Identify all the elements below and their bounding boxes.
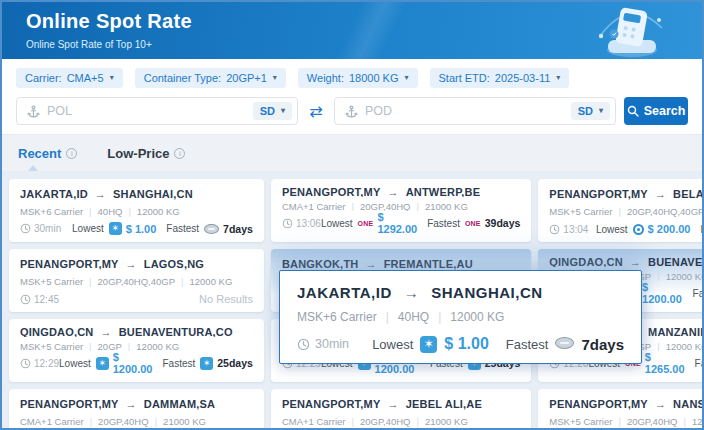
fastest-label: Fastest bbox=[506, 337, 549, 352]
fastest-days: 39days bbox=[485, 217, 521, 229]
rate-card[interactable]: PENANGPORT,MY → JEBEL ALI,AE CMA+1 Carri… bbox=[271, 389, 531, 430]
carrier-icon-emc bbox=[204, 224, 219, 234]
destination-port: BELAWAN,ID bbox=[673, 188, 704, 200]
fastest-days: 7days bbox=[581, 336, 624, 353]
carrier-icon-one: ONE bbox=[358, 220, 374, 227]
anchor-icon bbox=[345, 105, 358, 118]
rate-card[interactable]: PENANGPORT,MY → NANSHA,CN MSK+5 Carrier … bbox=[538, 389, 704, 430]
chevron-down-icon bbox=[404, 74, 408, 82]
container-label: 20GP,40HQ bbox=[627, 416, 678, 427]
anchor-icon bbox=[27, 105, 40, 118]
origin-port: QINGDAO,CN bbox=[549, 258, 623, 267]
weight-label: 12000 KG bbox=[692, 416, 704, 427]
rate-result: LowestONE$ 1292.00FastestONE39days bbox=[321, 211, 520, 235]
search-button[interactable]: Search bbox=[624, 97, 688, 125]
filter-bar: Carrier: CMA+5 Container Type: 20GP+1 We… bbox=[16, 68, 688, 88]
filter-carrier-label: Carrier: bbox=[25, 72, 62, 84]
weight-label: 12000 KG bbox=[666, 343, 704, 351]
origin-port: JAKARTA,ID bbox=[20, 188, 88, 200]
pol-type-value: SD bbox=[260, 105, 275, 117]
query-time-value: 13:04 bbox=[563, 224, 588, 235]
carrier-icon-emc bbox=[555, 337, 574, 349]
pod-type-select[interactable]: SD bbox=[571, 102, 610, 120]
route-arrow-icon: → bbox=[655, 188, 666, 200]
tab-recent[interactable]: Recent bbox=[18, 146, 77, 161]
fastest-label: Fastest bbox=[695, 358, 704, 369]
rate-card[interactable]: PENANGPORT,MY → BELAWAN,ID MSK+5 Carrier… bbox=[538, 179, 704, 242]
route-arrow-icon: → bbox=[126, 398, 137, 410]
carrier-label: MSK+6 Carrier bbox=[20, 206, 83, 217]
tab-low-price-label: Low-Price bbox=[107, 146, 169, 161]
lowest-price: $ 1.00 bbox=[126, 223, 157, 235]
online-spot-rate-widget: Online Spot Rate Online Spot Rate of Top… bbox=[0, 0, 704, 430]
search-button-label: Search bbox=[644, 104, 686, 118]
filter-container-type[interactable]: Container Type: 20GP+1 bbox=[135, 68, 286, 88]
destination-port: SHANGHAI,CN bbox=[431, 284, 542, 301]
carrier-label: CMA+1 Carrier bbox=[20, 416, 84, 427]
rate-card[interactable]: PENANGPORT,MY → LAGOS,NG MSK+5 Carrier 2… bbox=[9, 249, 264, 312]
filter-weight[interactable]: Weight: 18000 KG bbox=[298, 68, 418, 88]
chevron-down-icon bbox=[273, 74, 277, 82]
filter-carrier-value: CMA+5 bbox=[67, 72, 104, 84]
lowest-price: $ 1265.00 bbox=[645, 351, 685, 375]
lowest-price: $ 200.00 bbox=[648, 223, 691, 235]
carrier-label: MSK+5 Carrier bbox=[20, 343, 83, 351]
rate-result: Lowest$ 200.00Fastest6days bbox=[596, 223, 704, 235]
lowest-price: $ 1200.00 bbox=[113, 351, 153, 375]
pod-type-value: SD bbox=[578, 105, 593, 117]
fastest-label: Fastest bbox=[162, 358, 195, 369]
query-time-value: 13:06 bbox=[296, 218, 321, 229]
weight-label: 21000 KG bbox=[425, 203, 468, 211]
origin-port: QINGDAO,CN bbox=[20, 328, 94, 337]
route-arrow-icon: → bbox=[95, 188, 106, 200]
rate-card[interactable]: PENANGPORT,MY → ANTWERP,BE CMA+1 Carrier… bbox=[271, 179, 531, 242]
rate-result: No Results bbox=[199, 293, 253, 305]
origin-port: PENANGPORT,MY bbox=[549, 188, 648, 200]
lowest-label: Lowest bbox=[596, 224, 628, 235]
carrier-icon-msk: ✶ bbox=[200, 357, 213, 370]
rate-result: Lowest✶$ 1200.00Fastest✶25days bbox=[59, 351, 253, 375]
container-label: 20GP,40HQ bbox=[98, 416, 149, 427]
filter-weight-value: 18000 KG bbox=[349, 72, 399, 84]
pod-input[interactable] bbox=[365, 104, 571, 118]
fastest-days: 7days bbox=[223, 223, 253, 235]
carrier-label: CMA+1 Carrier bbox=[282, 416, 346, 427]
route-arrow-icon: → bbox=[404, 284, 420, 301]
carrier-icon-msk: ✶ bbox=[109, 222, 122, 235]
weight-label: 12000 KG bbox=[450, 310, 504, 324]
pol-type-select[interactable]: SD bbox=[253, 102, 292, 120]
weight-label: 12000 KG bbox=[136, 343, 179, 351]
rate-preview-popup[interactable]: JAKARTA,ID → SHANGHAI,CN MSK+6 Carrier 4… bbox=[279, 270, 642, 364]
destination-port: ANTWERP,BE bbox=[406, 188, 481, 197]
destination-port: BUENAVENTURA,CO bbox=[119, 328, 233, 337]
swap-pol-pod-icon[interactable] bbox=[306, 102, 326, 121]
route-arrow-icon: → bbox=[630, 258, 641, 267]
rate-card[interactable]: JAKARTA,ID → SHANGHAI,CN MSK+6 Carrier 4… bbox=[9, 179, 264, 242]
destination-port: BUENAVENTURA,CO bbox=[648, 258, 704, 267]
info-icon[interactable] bbox=[66, 148, 77, 159]
carrier-icon-one: ONE bbox=[465, 220, 481, 227]
rate-card[interactable]: QINGDAO,CN → BUENAVENTURA,CO MSK+5 Carri… bbox=[9, 319, 264, 382]
carrier-label: CMA+1 Carrier bbox=[282, 203, 346, 211]
fastest-label: Fastest bbox=[427, 218, 460, 229]
rate-card[interactable]: PENANGPORT,MY → DAMMAM,SA CMA+1 Carrier … bbox=[9, 389, 264, 430]
route-arrow-icon: → bbox=[387, 398, 398, 410]
search-bar: SD SD bbox=[16, 97, 688, 125]
filter-container-type-value: 20GP+1 bbox=[226, 72, 267, 84]
pol-input-box: SD bbox=[16, 97, 298, 125]
filter-carrier[interactable]: Carrier: CMA+5 bbox=[16, 68, 123, 88]
container-label: 40HQ bbox=[398, 310, 429, 324]
route-arrow-icon: → bbox=[365, 258, 376, 270]
route-arrow-icon: → bbox=[126, 258, 137, 270]
tab-low-price[interactable]: Low-Price bbox=[107, 146, 185, 161]
route-arrow-icon: → bbox=[655, 398, 666, 410]
chevron-down-icon bbox=[281, 107, 285, 115]
carrier-icon-msk: ✶ bbox=[96, 357, 109, 370]
filter-start-etd[interactable]: Start ETD: 2025-03-11 bbox=[430, 68, 570, 88]
query-time: 12:45 bbox=[20, 294, 59, 305]
info-icon[interactable] bbox=[174, 148, 185, 159]
rate-result: Lowest ✶ $ 1.00 Fastest 7days bbox=[372, 335, 624, 353]
pol-input[interactable] bbox=[47, 104, 253, 118]
lowest-label: Lowest bbox=[59, 358, 91, 369]
origin-port: PENANGPORT,MY bbox=[20, 258, 119, 270]
